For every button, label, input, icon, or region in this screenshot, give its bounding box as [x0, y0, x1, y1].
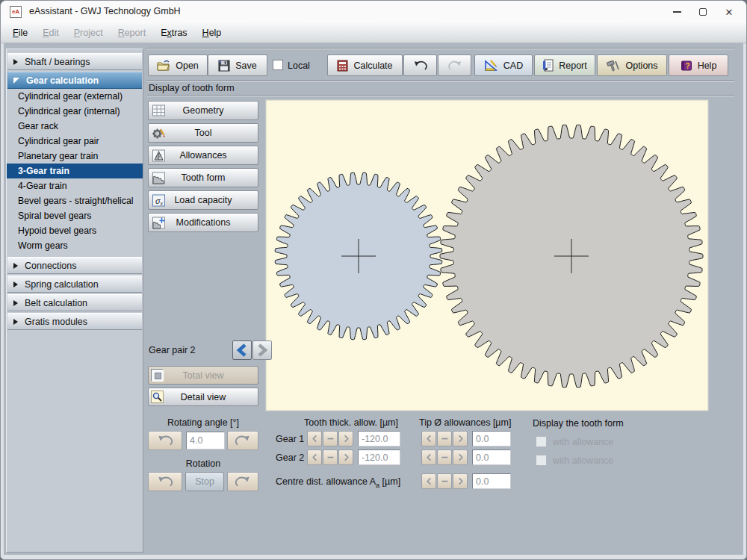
spinner-right-button[interactable] — [453, 431, 468, 447]
maximize-icon[interactable] — [690, 1, 716, 23]
sidebar-item-4-gear-train[interactable]: 4-Gear train — [7, 178, 143, 193]
tooth-thickness-header: Tooth thick. allow. [µm] — [304, 417, 398, 428]
modifications-button[interactable]: Modifications — [148, 213, 258, 232]
modifications-label: Modifications — [176, 217, 231, 228]
undo-button[interactable] — [403, 55, 437, 76]
menu-extras[interactable]: Extras — [153, 25, 194, 41]
spinner-left-button[interactable] — [421, 449, 436, 465]
gear1-tip-allowance-input[interactable] — [472, 431, 511, 447]
sidebar-header-label: Connections — [25, 261, 77, 271]
rotation-cw-button[interactable] — [227, 472, 258, 491]
close-icon[interactable]: ✕ — [716, 1, 742, 23]
rotate-ccw-step-button[interactable] — [148, 431, 182, 450]
spinner-right-button[interactable] — [338, 449, 353, 465]
sidebar-header-label: Shaft / bearings — [25, 57, 90, 67]
help-button[interactable]: ? Help — [669, 55, 728, 76]
gear2-tip-allowance-input[interactable] — [472, 449, 511, 465]
minimize-icon[interactable] — [664, 1, 689, 23]
sidebar-item-planetary-gear-train[interactable]: Planetary gear train — [7, 149, 143, 164]
geometry-label: Geometry — [183, 105, 224, 116]
menu-help[interactable]: Help — [195, 25, 229, 41]
total-view-icon — [151, 369, 164, 382]
redo-icon — [447, 60, 462, 71]
spinner-right-button[interactable] — [453, 473, 468, 489]
spinner-minus-button[interactable] — [323, 449, 338, 465]
tooth-form-canvas[interactable] — [266, 100, 708, 411]
save-button[interactable]: Save — [208, 55, 267, 76]
tip-allowances-header: Tip Ø allowances [µm] — [419, 417, 511, 428]
spinner-left-button[interactable] — [307, 449, 322, 465]
sidebar-item-cylindrical-gear-pair[interactable]: Cylindrical gear pair — [7, 134, 143, 149]
options-button[interactable]: Options — [597, 55, 667, 76]
spinner-left-button[interactable] — [421, 473, 436, 489]
chevron-left-icon — [235, 343, 249, 358]
tooth-form-button[interactable]: Tooth form — [148, 168, 258, 187]
spinner-minus-button[interactable] — [437, 449, 452, 465]
sidebar-item-cylindrical-gear-internal-[interactable]: Cylindrical gear (internal) — [7, 104, 143, 119]
rotating-angle-input[interactable] — [186, 432, 225, 449]
menu-items: FileEditProjectReportExtrasHelp — [5, 25, 229, 41]
sidebar-header-label: Belt calculation — [25, 298, 87, 308]
sidebar-section-gratis-modules[interactable]: Gratis modules — [7, 313, 142, 330]
calculate-button[interactable]: Calculate — [327, 55, 403, 76]
spinner-minus-button[interactable] — [437, 431, 452, 447]
help-label: Help — [698, 60, 717, 71]
geometry-button[interactable]: Geometry — [148, 101, 258, 120]
expand-triangle-icon — [13, 59, 18, 65]
spinner-right-button[interactable] — [453, 449, 468, 465]
load-capacity-button[interactable]: σ x Load capacity — [148, 190, 258, 210]
sidebar-item-worm-gears[interactable]: Worm gears — [7, 238, 143, 253]
open-button[interactable]: Open — [148, 55, 208, 76]
cad-button[interactable]: CAD — [474, 55, 533, 76]
calculate-label: Calculate — [353, 60, 392, 71]
gear-pair-previous-button[interactable] — [232, 340, 252, 360]
sidebar-item-cylindrical-gear-external-[interactable]: Cylindrical gear (external) — [7, 89, 143, 104]
sidebar-item-hypoid-bevel-gears[interactable]: Hypoid bevel gears — [7, 223, 143, 238]
menu-file[interactable]: File — [5, 25, 35, 41]
report-document-icon — [542, 59, 554, 72]
spinner-left-button[interactable] — [307, 431, 322, 447]
rotation-label: Rotation — [148, 458, 258, 469]
local-label: Local — [288, 60, 310, 71]
spinner-left-button[interactable] — [421, 431, 436, 447]
sidebar-item-bevel-gears-straight-helical[interactable]: Bevel gears - straight/helical — [7, 193, 143, 208]
allowances-button[interactable]: Allowances — [148, 146, 258, 165]
modifications-icon — [152, 216, 166, 230]
chevron-right-icon — [456, 434, 465, 444]
spinner-minus-button[interactable] — [323, 431, 338, 447]
with-allowance-checkbox-1 — [536, 436, 547, 447]
sidebar-item-spiral-bevel-gears[interactable]: Spiral bevel gears — [7, 208, 143, 223]
open-label: Open — [176, 60, 199, 71]
gear2-tooth-allowance-input[interactable] — [358, 449, 400, 465]
sidebar-section-gear-calculation[interactable]: Gear calculation — [7, 72, 142, 89]
spinner-right-button[interactable] — [338, 431, 353, 447]
detail-view-button[interactable]: Detail view — [148, 388, 258, 406]
gear1-tooth-allowance-input[interactable] — [358, 431, 400, 447]
expand-triangle-icon — [13, 319, 18, 325]
sidebar-section-shaft-bearings[interactable]: Shaft / bearings — [7, 53, 142, 70]
chevron-right-icon — [255, 343, 269, 358]
chevron-right-icon — [456, 452, 465, 462]
total-view-label: Total view — [183, 370, 224, 381]
rotate-cw-step-button[interactable] — [227, 431, 258, 450]
centre-distance-allowance-input[interactable] — [472, 473, 511, 489]
sidebar-header-label: Spring calculation — [25, 279, 99, 290]
rotation-ccw-button[interactable] — [148, 472, 182, 491]
app-icon: eA — [10, 6, 22, 18]
spinner-minus-button[interactable] — [437, 473, 452, 489]
sidebar-section-belt-calculation[interactable]: Belt calculation — [7, 294, 142, 311]
sidebar-item-3-gear-train[interactable]: 3-Gear train — [7, 164, 143, 178]
report-button[interactable]: Report — [534, 55, 595, 76]
minus-icon — [440, 476, 450, 486]
help-book-icon: ? — [681, 60, 692, 72]
svg-text:x: x — [160, 201, 164, 206]
total-view-button: Total view — [148, 366, 258, 385]
tool-button[interactable]: Tool — [148, 123, 258, 143]
sidebar: Shaft / bearingsGear calculationCylindri… — [6, 49, 143, 553]
gear1-label: Gear 1 — [276, 434, 304, 444]
sidebar-section-connections[interactable]: Connections — [7, 257, 142, 274]
sidebar-section-spring-calculation[interactable]: Spring calculation — [7, 276, 142, 293]
sidebar-item-gear-rack[interactable]: Gear rack — [7, 119, 143, 134]
stop-button: Stop — [185, 472, 224, 491]
local-checkbox[interactable] — [273, 60, 283, 70]
